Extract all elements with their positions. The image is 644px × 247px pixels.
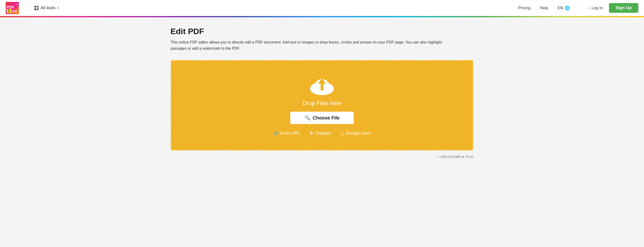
page-description: This online PDF editor allows you to dir…	[170, 39, 454, 51]
language-selector[interactable]: EN 🌐	[553, 3, 574, 12]
all-tools-button[interactable]: All tools ▾	[30, 3, 62, 12]
header-divider	[28, 3, 29, 13]
logo[interactable]: PDF 2 GO .com	[6, 2, 19, 14]
link-icon: 🔗	[273, 131, 278, 136]
choose-file-label: Choose File	[313, 115, 340, 121]
globe-icon: 🌐	[565, 5, 570, 11]
pricing-link[interactable]: Pricing	[514, 4, 534, 12]
search-icon: 🔍	[304, 115, 310, 121]
all-tools-label: All tools	[40, 5, 56, 10]
help-link[interactable]: Help	[536, 4, 552, 12]
dropbox-icon: ❋	[310, 131, 313, 136]
grid-icon	[34, 6, 38, 10]
add-example-link[interactable]: + ADD EXAMPLE FILE	[437, 155, 474, 159]
login-arrow-icon: →	[586, 6, 590, 10]
svg-text:PDF: PDF	[7, 5, 14, 9]
header-divider-2	[578, 3, 578, 13]
google-drive-label: Google Drive	[346, 131, 371, 136]
enter-url-label: Enter URL	[280, 131, 300, 136]
svg-text:2: 2	[8, 9, 10, 13]
dropbox-label: Dropbox	[315, 131, 331, 136]
google-drive-icon: △	[341, 131, 344, 136]
google-drive-link[interactable]: △ Google Drive	[341, 131, 371, 136]
header-actions: → Log In Sign Up	[576, 3, 638, 13]
upload-zone[interactable]: Drop Files here 🔍 Choose File 🔗 Enter UR…	[170, 60, 474, 151]
enter-url-link[interactable]: 🔗 Enter URL	[273, 131, 300, 136]
login-label: Log In	[592, 6, 603, 10]
header: PDF 2 GO .com All tools ▾ Pricing Help E…	[0, 0, 644, 16]
dropbox-link[interactable]: ❋ Dropbox	[310, 131, 331, 136]
drop-files-text: Drop Files here	[302, 100, 342, 106]
cloud-upload-icon	[309, 75, 335, 96]
add-example-section: + ADD EXAMPLE FILE	[170, 155, 474, 159]
page-title: Edit PDF	[170, 27, 474, 36]
upload-links: 🔗 Enter URL ❋ Dropbox △ Google Drive	[273, 131, 371, 136]
main-content: Edit PDF This online PDF editor allows y…	[156, 17, 488, 173]
login-button[interactable]: → Log In	[582, 4, 607, 12]
signup-button[interactable]: Sign Up	[609, 3, 638, 13]
choose-file-button[interactable]: 🔍 Choose File	[290, 112, 354, 124]
header-nav: Pricing Help EN 🌐	[514, 3, 574, 12]
chevron-down-icon: ▾	[57, 6, 59, 10]
svg-text:GO: GO	[12, 9, 17, 13]
lang-label: EN	[558, 6, 563, 10]
svg-text:.com: .com	[15, 3, 18, 5]
